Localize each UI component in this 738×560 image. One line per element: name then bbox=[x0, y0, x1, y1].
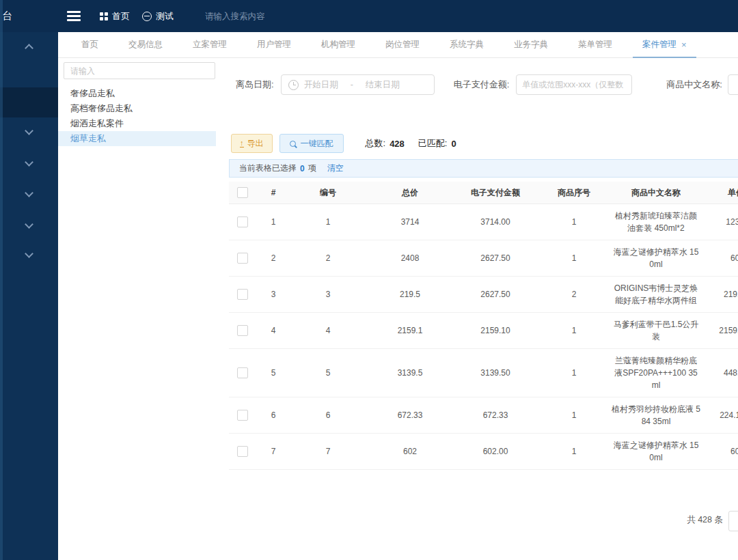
column-header: 电子支付金额 bbox=[454, 187, 536, 199]
sidebar-menu-item[interactable] bbox=[0, 246, 58, 262]
tab[interactable]: 系统字典 × bbox=[435, 32, 499, 57]
table-row[interactable]: 4 4 2159.1 2159.10 1 马爹利蓝带干邑1.5公升装 2159.… bbox=[229, 313, 738, 349]
cell-index: 6 bbox=[256, 410, 290, 420]
date-range-picker[interactable]: 开始日期 - 结束日期 bbox=[281, 74, 435, 95]
nav-home[interactable]: 首页 bbox=[100, 10, 130, 23]
epay-filter-label: 电子支付金额: bbox=[454, 79, 510, 91]
row-checkbox[interactable] bbox=[237, 253, 248, 264]
row-checkbox[interactable] bbox=[237, 325, 248, 336]
tree-item[interactable]: 烟草走私 bbox=[58, 131, 216, 146]
table-row[interactable]: 5 5 3139.5 3139.50 1 兰蔻菁纯臻颜精华粉底液SPF20PA+… bbox=[229, 349, 738, 397]
grid-icon bbox=[100, 12, 108, 20]
logo-text: 台 bbox=[2, 10, 12, 23]
chevron-icon bbox=[25, 126, 33, 135]
tree-search-input[interactable] bbox=[64, 62, 215, 79]
clock-icon bbox=[288, 80, 299, 90]
total-prefix: 总数: bbox=[366, 137, 386, 150]
cell-name: 马爹利蓝带干邑1.5公升装 bbox=[612, 313, 700, 348]
cell-index: 2 bbox=[256, 253, 290, 263]
sidebar-menu-item[interactable] bbox=[0, 87, 58, 117]
export-button[interactable]: ↑ 导出 bbox=[231, 134, 273, 153]
tab[interactable]: 菜单管理 × bbox=[563, 32, 627, 57]
clear-selection-link[interactable]: 清空 bbox=[327, 163, 344, 174]
sidebar-menu-item[interactable] bbox=[0, 216, 58, 233]
row-checkbox-cell bbox=[229, 289, 256, 300]
sidebar-menu-item[interactable] bbox=[0, 39, 58, 55]
select-all-checkbox[interactable] bbox=[237, 187, 248, 198]
tab[interactable]: 岗位管理 × bbox=[370, 32, 435, 57]
tree-item[interactable]: 高档奢侈品走私 bbox=[58, 101, 216, 116]
table-row[interactable]: 3 3 219.5 2627.50 2 ORIGINS韦博士灵芝焕能好底子精华水… bbox=[229, 277, 738, 313]
cell-seq: 1 bbox=[536, 253, 612, 263]
row-checkbox[interactable] bbox=[237, 216, 248, 227]
cell-unit-price: 602 bbox=[700, 447, 738, 456]
table-row[interactable]: 7 7 602 602.00 1 海蓝之谜修护精萃水 150ml 602 bbox=[229, 434, 738, 470]
row-checkbox-cell bbox=[229, 367, 256, 378]
category-tree-panel: 奢侈品走私 高档奢侈品走私 烟酒走私案件 烟草走私 bbox=[58, 58, 226, 560]
selection-suffix: 项 bbox=[308, 163, 316, 174]
cell-index: 3 bbox=[256, 290, 290, 299]
cell-total: 602 bbox=[366, 447, 454, 456]
table-row[interactable]: 6 6 672.33 672.33 1 植村秀羽纱持妆粉底液 584 35ml … bbox=[229, 397, 738, 434]
sidebar bbox=[0, 32, 58, 560]
tab[interactable]: 机构管理 × bbox=[306, 32, 370, 57]
tab[interactable]: 立案管理 × bbox=[178, 32, 242, 57]
cell-code: 1 bbox=[290, 217, 366, 227]
tab-label: 首页 bbox=[81, 39, 98, 51]
table-row[interactable]: 1 1 3714 3714.00 1 植村秀新琥珀臻萃洁颜油套装 450ml*2… bbox=[229, 204, 738, 240]
cell-name: 海蓝之谜修护精萃水 150ml bbox=[612, 434, 700, 469]
cell-epay: 2627.50 bbox=[454, 290, 536, 299]
epay-filter-input[interactable] bbox=[516, 74, 632, 95]
table-header-row: # 编号 总价 电子支付金额 商品序号 商品中文名称 单价 bbox=[229, 182, 738, 204]
match-button-label: 一键匹配 bbox=[301, 138, 333, 150]
tree-item[interactable]: 烟酒走私案件 bbox=[58, 116, 216, 131]
one-click-match-button[interactable]: 一键匹配 bbox=[279, 134, 344, 153]
tab[interactable]: 案件管理 × bbox=[627, 32, 702, 57]
nav-home-label: 首页 bbox=[112, 10, 130, 23]
nav-test[interactable]: 测试 bbox=[142, 10, 174, 23]
cell-seq: 1 bbox=[536, 470, 612, 471]
row-checkbox-cell bbox=[229, 410, 256, 421]
tab-close-icon[interactable]: × bbox=[681, 40, 687, 49]
row-checkbox[interactable] bbox=[237, 367, 248, 378]
column-header: # bbox=[256, 188, 290, 197]
cell-unit-price: 602 bbox=[700, 253, 738, 263]
window-edge bbox=[0, 0, 3, 560]
export-icon: ↑ bbox=[240, 140, 244, 148]
totals-summary: 总数: 428 已匹配: 0 bbox=[366, 137, 456, 150]
table-row[interactable]: 8 8 1011.17 1011.17 1 卡诗菁纯亮泽经典香氛 505.58 bbox=[229, 470, 738, 471]
selection-alert-bar: 当前表格已选择 0 项 清空 bbox=[229, 159, 738, 178]
tab-label: 用户管理 bbox=[257, 39, 291, 51]
tab-bar: 首页 × 交易信息 × 立案管理 × 用户管理 × 机构管理 × bbox=[58, 32, 738, 58]
cell-name: 兰蔻菁纯臻颜精华粉底液SPF20PA+++100 35ml bbox=[612, 349, 700, 397]
name-filter-input[interactable] bbox=[728, 74, 738, 95]
tree-item-label: 高档奢侈品走私 bbox=[70, 103, 133, 113]
row-checkbox[interactable] bbox=[237, 289, 248, 300]
cell-total: 1011.17 bbox=[366, 470, 454, 471]
date-separator: - bbox=[351, 80, 353, 89]
tab[interactable]: 首页 × bbox=[66, 32, 113, 57]
tab[interactable]: 交易信息 × bbox=[113, 32, 178, 57]
menu-toggle-icon[interactable] bbox=[67, 9, 81, 24]
row-checkbox[interactable] bbox=[237, 446, 248, 457]
tree-item[interactable]: 奢侈品走私 bbox=[58, 86, 216, 101]
tab[interactable]: 用户管理 × bbox=[242, 32, 306, 57]
sidebar-menu-item[interactable] bbox=[0, 185, 58, 201]
sidebar-menu-item[interactable] bbox=[0, 123, 58, 139]
page-size-select[interactable] bbox=[728, 511, 738, 531]
cell-unit-price: 505.58 bbox=[700, 470, 738, 471]
tab[interactable]: 业务字典 × bbox=[499, 32, 563, 57]
row-checkbox[interactable] bbox=[237, 410, 248, 421]
sidebar-menu-item[interactable] bbox=[0, 154, 58, 171]
cell-unit-price: 224.11 bbox=[700, 410, 738, 420]
selection-count: 0 bbox=[300, 164, 305, 173]
date-start-input[interactable]: 开始日期 bbox=[304, 79, 338, 91]
tab-label: 业务字典 bbox=[514, 39, 548, 51]
column-header: 编号 bbox=[290, 187, 366, 199]
cell-index: 7 bbox=[256, 447, 290, 456]
chevron-icon bbox=[25, 220, 33, 229]
date-end-input[interactable]: 结束日期 bbox=[366, 79, 400, 91]
table-row[interactable]: 2 2 2408 2627.50 1 海蓝之谜修护精萃水 150ml 602 bbox=[229, 240, 738, 277]
cell-index: 4 bbox=[256, 326, 290, 335]
global-search-input[interactable] bbox=[204, 11, 316, 22]
